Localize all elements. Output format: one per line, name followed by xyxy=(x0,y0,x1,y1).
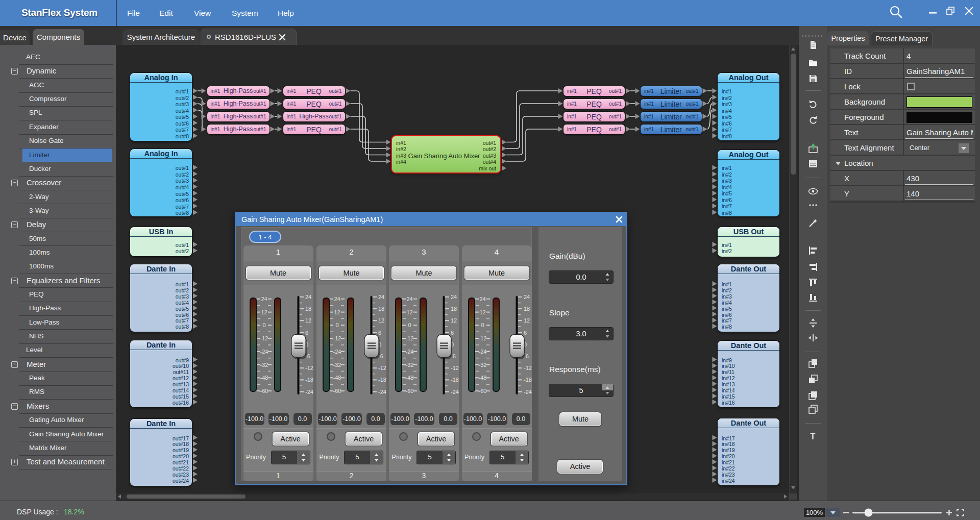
svg-text:-60: -60 xyxy=(478,388,486,394)
svg-text:24: 24 xyxy=(261,296,267,302)
svg-text:12: 12 xyxy=(334,309,340,315)
svg-text:-12: -12 xyxy=(378,365,386,371)
svg-text:-12: -12 xyxy=(260,335,268,341)
svg-text:-12: -12 xyxy=(333,335,341,341)
svg-text:-18: -18 xyxy=(451,377,459,383)
svg-text:12: 12 xyxy=(406,309,412,315)
svg-text:6: 6 xyxy=(451,330,454,336)
svg-text:-12: -12 xyxy=(451,365,459,371)
svg-text:-48: -48 xyxy=(406,375,414,381)
svg-text:-24: -24 xyxy=(451,389,459,395)
svg-text:-24: -24 xyxy=(406,349,414,355)
svg-text:6: 6 xyxy=(305,330,308,336)
svg-text:24: 24 xyxy=(305,294,311,300)
svg-text:24: 24 xyxy=(334,296,340,302)
svg-text:12: 12 xyxy=(378,317,384,324)
svg-text:-12: -12 xyxy=(406,335,414,341)
svg-text:6: 6 xyxy=(378,330,381,336)
svg-text:-18: -18 xyxy=(305,377,313,383)
svg-text:-12: -12 xyxy=(524,365,532,371)
svg-text:-48: -48 xyxy=(333,375,341,381)
svg-text:0: 0 xyxy=(481,322,484,328)
svg-text:-60: -60 xyxy=(406,388,414,394)
svg-text:24: 24 xyxy=(479,296,485,302)
svg-text:12: 12 xyxy=(305,317,311,324)
svg-text:-24: -24 xyxy=(260,349,268,355)
svg-text:12: 12 xyxy=(479,309,485,315)
svg-text:-32: -32 xyxy=(478,362,486,368)
svg-text:0: 0 xyxy=(262,322,265,328)
svg-text:18: 18 xyxy=(305,306,311,312)
svg-text:-18: -18 xyxy=(378,377,386,383)
svg-text:-24: -24 xyxy=(378,389,386,395)
svg-text:12: 12 xyxy=(451,317,457,324)
svg-text:-60: -60 xyxy=(333,388,341,394)
svg-text:-12: -12 xyxy=(305,365,313,371)
svg-text:-18: -18 xyxy=(524,377,532,383)
svg-text:-24: -24 xyxy=(478,349,486,355)
svg-text:24: 24 xyxy=(406,296,412,302)
svg-text:-24: -24 xyxy=(524,389,532,395)
svg-text:-32: -32 xyxy=(260,362,268,368)
svg-text:-32: -32 xyxy=(333,362,341,368)
svg-text:6: 6 xyxy=(524,330,527,336)
svg-text:18: 18 xyxy=(451,306,457,312)
svg-text:-60: -60 xyxy=(260,388,268,394)
svg-text:24: 24 xyxy=(451,294,457,300)
svg-text:-24: -24 xyxy=(333,349,341,355)
svg-text:-12: -12 xyxy=(478,335,486,341)
svg-text:24: 24 xyxy=(378,294,384,300)
svg-text:12: 12 xyxy=(261,309,267,315)
svg-text:18: 18 xyxy=(524,306,530,312)
svg-text:12: 12 xyxy=(524,317,530,324)
svg-text:0: 0 xyxy=(408,322,411,328)
svg-text:-48: -48 xyxy=(260,375,268,381)
svg-text:24: 24 xyxy=(524,294,530,300)
svg-text:-24: -24 xyxy=(305,389,313,395)
svg-text:0: 0 xyxy=(335,322,338,328)
svg-text:-48: -48 xyxy=(478,375,486,381)
svg-text:18: 18 xyxy=(378,306,384,312)
svg-text:-32: -32 xyxy=(406,362,414,368)
